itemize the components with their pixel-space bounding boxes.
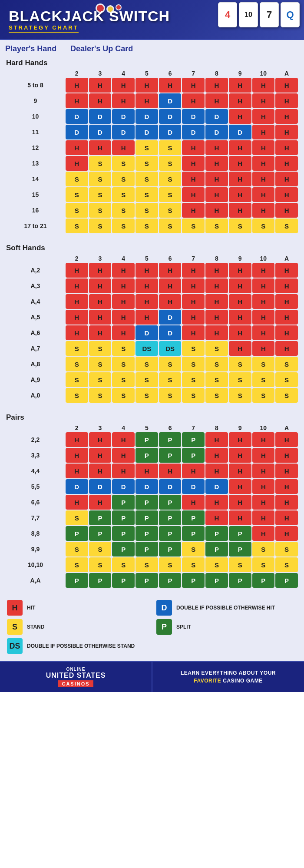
cell-s: S [159,357,182,371]
cell-s: S [229,219,251,233]
cell-d: D [89,479,112,494]
cell-h: H [275,93,298,108]
cell-s: S [252,357,275,371]
card-4: 4 [218,2,237,27]
cell-h: H [159,278,182,293]
table-row: 16SSSSSHHHHH [6,203,298,218]
cell-h: H [89,78,112,93]
cell-h: H [229,172,251,186]
cell-h: H [135,93,158,108]
cell-s: S [275,219,298,233]
cell-d: D [135,325,158,340]
cell-s: S [135,140,158,155]
cell-p: P [275,573,298,588]
cell-s: S [159,187,182,202]
card-7: 7 [260,2,279,27]
table-row: A,0SSSSSSSSSS [6,388,298,403]
cell-p: P [159,448,182,463]
cell-s: S [275,372,298,387]
cell-h: H [66,156,88,171]
cell-s: S [205,219,228,233]
cell-h: H [252,341,275,356]
table-row: 4,4HHHHHHHHHH [6,464,298,478]
cell-s: S [89,341,112,356]
dealer-label: Dealer's Up Card [70,44,133,53]
cell-d: D [135,479,158,494]
table-row: A,6HHHDDHHHHH [6,325,298,340]
cell-d: D [112,125,135,139]
cell-p: P [66,526,88,541]
cell-s: S [252,219,275,233]
cell-h: H [275,78,298,93]
cell-h: H [89,448,112,463]
cell-s: S [229,557,251,572]
legend-text-p: SPLIT [176,624,191,630]
cell-h: H [182,310,205,325]
cell-s: S [66,357,88,371]
cell-p: P [182,432,205,447]
cell-p: P [229,526,251,541]
header-title: BLACKJACK SWITCH STRATEGY CHART [9,9,170,33]
cell-d: D [66,479,88,494]
cell-s: S [182,388,205,403]
cell-h: H [135,278,158,293]
cell-h: H [229,278,251,293]
cell-h: H [229,448,251,463]
cell-h: H [182,464,205,478]
cell-p: P [182,526,205,541]
cell-ds: DS [135,341,158,356]
cell-ds: DS [159,341,182,356]
cell-s: S [229,372,251,387]
cell-s: S [205,372,228,387]
cell-h: H [229,187,251,202]
cell-h: H [89,495,112,510]
cell-h: H [182,172,205,186]
cell-p: P [135,432,158,447]
cell-p: P [205,526,228,541]
cell-h: H [252,278,275,293]
cell-s: S [275,388,298,403]
cell-h: H [182,140,205,155]
cell-h: H [275,294,298,309]
cell-h: H [205,263,228,278]
cell-h: H [275,278,298,293]
cell-h: H [205,203,228,218]
cell-h: H [89,432,112,447]
cell-s: S [112,219,135,233]
cell-s: S [135,557,158,572]
cell-h: H [182,294,205,309]
cell-h: H [252,526,275,541]
cell-s: S [89,357,112,371]
hard-hands-header: Hard Hands [6,54,298,69]
cell-s: S [112,388,135,403]
cell-h: H [159,464,182,478]
col-numbers-pairs: 2 3 4 5 6 7 8 9 10 A [6,424,298,431]
cell-d: D [112,109,135,124]
legend-item-ds: DSDOUBLE IF POSSIBLE OTHERWISE STAND [7,638,148,654]
legend-item-h: HHIT [7,600,148,616]
cell-s: S [89,219,112,233]
cell-h: H [66,495,88,510]
table-row: 8,8PPPPPPPPHH [6,526,298,541]
legend-badge-ds: DS [7,638,23,654]
cell-s: S [66,172,88,186]
cell-h: H [66,93,88,108]
cell-h: H [66,263,88,278]
cell-s: S [182,542,205,557]
table-row: A,3HHHHHHHHHH [6,278,298,293]
cell-s: S [89,388,112,403]
legend-text-ds: DOUBLE IF POSSIBLE OTHERWISE STAND [27,643,135,649]
cell-s: S [159,372,182,387]
cell-p: P [135,495,158,510]
cell-d: D [229,125,251,139]
cell-d: D [135,109,158,124]
cell-h: H [252,464,275,478]
cell-h: H [112,464,135,478]
cell-h: H [112,310,135,325]
cell-h: H [182,156,205,171]
cell-s: S [252,388,275,403]
cell-h: H [252,448,275,463]
pairs-header: Pairs [6,409,298,424]
cell-s: S [89,172,112,186]
cell-h: H [89,278,112,293]
